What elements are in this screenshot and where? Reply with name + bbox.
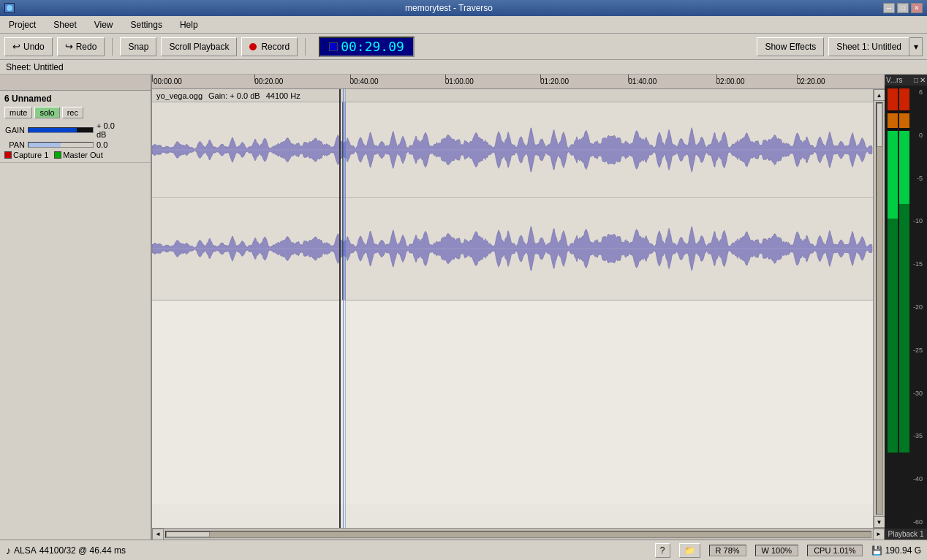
menu-project[interactable]: Project	[3, 18, 42, 31]
tick-7	[797, 75, 798, 82]
pan-label: PAN	[4, 140, 25, 149]
window-title: memorytest - Traverso	[15, 3, 883, 13]
ruler-mark-7: 02:20.00	[797, 77, 825, 86]
show-effects-button[interactable]: Show Effects	[757, 37, 824, 56]
statusbar: ♪ ALSA 44100/32 @ 46.44 ms ? 📁 R 78% W 1…	[0, 540, 927, 560]
separator-2	[305, 38, 306, 56]
waveform-container[interactable]: yo_vega.ogg Gain: + 0.0 dB 44100 Hz	[152, 89, 873, 528]
sheet-button[interactable]: Sheet 1: Untitled	[828, 37, 909, 56]
pan-value: 0.0	[97, 140, 126, 149]
wave-rate: 44100 Hz	[266, 91, 300, 100]
vu-bar-right	[899, 88, 909, 512]
tick-2	[350, 75, 351, 82]
disk-value: 190.94 G	[885, 545, 921, 556]
wave-gain: Gain: + 0.0 dB	[208, 91, 260, 100]
vscroll-track[interactable]	[876, 102, 883, 515]
audio-label: ALSA	[14, 545, 37, 556]
svg-rect-11	[899, 204, 909, 453]
vscroll-down-button[interactable]: ▼	[874, 516, 885, 528]
hscroll-thumb[interactable]	[166, 531, 210, 537]
svg-rect-7	[899, 110, 909, 113]
gain-slider[interactable]	[28, 127, 94, 133]
redo-label: Redo	[76, 42, 97, 52]
scroll-playback-label: Scroll Playback	[169, 42, 229, 52]
close-button[interactable]: ✕	[911, 3, 923, 13]
undo-label: Undo	[23, 42, 45, 52]
svg-rect-6	[899, 88, 909, 110]
redo-button[interactable]: ↪ Redo	[57, 37, 105, 56]
ruler-mark-1: 00:20.00	[254, 77, 283, 86]
gain-row: GAIN + 0.0 dB	[4, 121, 146, 139]
vscroll-up-button[interactable]: ▲	[874, 89, 885, 101]
mute-button[interactable]: mute	[4, 107, 32, 118]
svg-rect-10	[899, 131, 909, 204]
waveform-canvas[interactable]	[152, 102, 873, 300]
vscroll-thumb[interactable]	[877, 103, 882, 147]
rec-button[interactable]: rec	[62, 107, 83, 118]
ruler-mark-4: 01:20.00	[540, 77, 569, 86]
track-routing: Capture 1 Master Out	[4, 151, 146, 159]
empty-track-area	[152, 300, 873, 504]
vu-scale--25: -25	[912, 347, 923, 354]
waveform-section: yo_vega.ogg Gain: + 0.0 dB 44100 Hz ▲	[152, 89, 885, 528]
status-folder-button[interactable]: 📁	[679, 543, 700, 558]
toolbar: ↩ Undo ↪ Redo Snap Scroll Playback Recor…	[0, 34, 927, 60]
undo-button[interactable]: ↩ Undo	[4, 37, 53, 56]
vu-scale: 6 0 -5 -10 -15 -20 -25 -30 -35 -40 -60	[912, 88, 924, 526]
sheet-dropdown-button[interactable]: ▾	[909, 37, 923, 56]
vu-header: V...rs □ ✕	[885, 75, 927, 86]
sheet-selector: Sheet 1: Untitled ▾	[828, 37, 923, 56]
track-wave-info: yo_vega.ogg Gain: + 0.0 dB 44100 Hz	[152, 89, 873, 102]
status-cpu-value: CPU 1.01%	[807, 545, 862, 556]
ruler-mark-3: 01:00.00	[445, 77, 474, 86]
menu-settings[interactable]: Settings	[125, 18, 168, 31]
gain-value: + 0.0 dB	[97, 121, 126, 139]
menu-sheet[interactable]: Sheet	[48, 18, 82, 31]
app-icon-area	[4, 3, 15, 13]
svg-rect-5	[888, 219, 898, 453]
menu-help[interactable]: Help	[174, 18, 204, 31]
svg-rect-0	[888, 88, 898, 110]
vu-scale-6: 6	[912, 88, 923, 96]
track-buttons: mute solo rec	[4, 107, 146, 118]
vu-controls: □ ✕	[914, 76, 926, 84]
master-button[interactable]: Master Out	[54, 151, 102, 159]
pan-slider[interactable]	[28, 142, 94, 148]
ruler-mark-2: 00:40.00	[350, 77, 379, 86]
minimize-button[interactable]: ─	[883, 3, 895, 13]
sheet-info-label: Sheet: Untitled	[0, 60, 927, 75]
status-help-button[interactable]: ?	[655, 543, 670, 558]
vu-expand-button[interactable]: □	[914, 76, 918, 84]
tick-3	[445, 75, 446, 82]
hscroll-track[interactable]	[165, 531, 871, 538]
sheet-label: Sheet 1: Untitled	[836, 42, 901, 52]
hscroll-left-button[interactable]: ◄	[152, 529, 164, 540]
audio-info: 44100/32 @ 46.44 ms	[39, 545, 126, 556]
titlebar: memorytest - Traverso ─ □ ✕	[0, 0, 927, 16]
wave-filename: yo_vega.ogg	[156, 91, 203, 100]
track-1-panel: 6 Unnamed mute solo rec GAIN + 0.0 dB PA…	[0, 91, 151, 163]
status-audio: ♪ ALSA 44100/32 @ 46.44 ms	[6, 545, 126, 556]
svg-rect-3	[888, 128, 898, 131]
vu-meter-panel: V...rs □ ✕	[885, 75, 927, 540]
solo-button[interactable]: solo	[34, 107, 59, 118]
track-header	[0, 75, 151, 91]
master-icon	[54, 151, 61, 159]
record-button[interactable]: Record	[241, 37, 298, 56]
disk-icon: 💾	[871, 545, 882, 556]
maximize-button[interactable]: □	[897, 3, 909, 13]
hscroll-right-button[interactable]: ►	[873, 529, 885, 540]
gain-label: GAIN	[4, 126, 25, 135]
vu-scale-0: 0	[912, 132, 923, 139]
svg-rect-9	[899, 128, 909, 131]
tick-6	[716, 75, 717, 82]
menu-view[interactable]: View	[88, 18, 119, 31]
music-icon: ♪	[6, 545, 11, 556]
scroll-playback-button[interactable]: Scroll Playback	[161, 37, 237, 56]
capture-button[interactable]: Capture 1	[4, 151, 48, 159]
vu-meter-area: 6 0 -5 -10 -15 -20 -25 -30 -35 -40 -60	[885, 86, 927, 529]
vu-scale--35: -35	[912, 432, 923, 439]
pan-row: PAN 0.0	[4, 140, 146, 149]
snap-button[interactable]: Snap	[120, 37, 156, 56]
vu-close-button[interactable]: ✕	[920, 76, 926, 84]
